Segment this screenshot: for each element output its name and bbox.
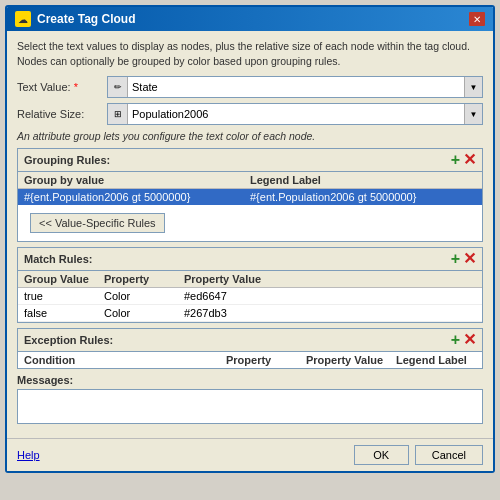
exception-rules-title: Exception Rules:: [24, 334, 113, 346]
grouping-rule-group-value: #{ent.Population2006 gt 5000000}: [24, 191, 250, 203]
match-rule-row-1[interactable]: true Color #ed6647: [18, 288, 482, 305]
match-row1-property: Color: [104, 290, 184, 302]
exception-rules-buttons: + ✕: [451, 332, 476, 348]
close-button[interactable]: ✕: [469, 12, 485, 26]
match-rules-title: Match Rules:: [24, 253, 92, 265]
match-row1-group: true: [24, 290, 104, 302]
exception-rules-add-button[interactable]: +: [451, 332, 460, 348]
relative-size-row: Relative Size: ⊞ Population2006 ▼: [17, 103, 483, 125]
match-rule-row-2[interactable]: false Color #267db3: [18, 305, 482, 322]
col-group-by-value: Group by value: [24, 174, 250, 186]
grouping-rules-buttons: + ✕: [451, 152, 476, 168]
grouping-rule-legend-value: #{ent.Population2006 gt 5000000}: [250, 191, 476, 203]
match-rules-add-button[interactable]: +: [451, 251, 460, 267]
grouping-rules-table-header: Group by value Legend Label: [18, 172, 482, 189]
match-rules-section: Match Rules: + ✕ Group Value Property Pr…: [17, 247, 483, 323]
exception-rules-section: Exception Rules: + ✕ Condition Property …: [17, 328, 483, 369]
value-specific-rules-container: << Value-Specific Rules: [18, 205, 482, 241]
value-specific-rules-button[interactable]: << Value-Specific Rules: [30, 213, 165, 233]
match-rules-buttons: + ✕: [451, 251, 476, 267]
match-row1-value: #ed6647: [184, 290, 476, 302]
help-link[interactable]: Help: [17, 449, 40, 461]
exception-rules-header: Exception Rules: + ✕: [18, 329, 482, 352]
grouping-rules-remove-button[interactable]: ✕: [463, 152, 476, 168]
messages-box: [17, 389, 483, 424]
attr-group-text: An attribute group lets you configure th…: [17, 130, 483, 142]
relative-size-value[interactable]: Population2006: [128, 106, 464, 122]
match-row2-value: #267db3: [184, 307, 476, 319]
relative-size-combobox[interactable]: ⊞ Population2006 ▼: [107, 103, 483, 125]
relative-size-label: Relative Size:: [17, 108, 107, 120]
text-value-combobox[interactable]: ✏ State ▼: [107, 76, 483, 98]
create-tag-cloud-dialog: ☁ Create Tag Cloud ✕ Select the text val…: [5, 5, 495, 473]
col-legend-label: Legend Label: [250, 174, 476, 186]
exception-rules-table-header: Condition Property Property Value Legend…: [18, 352, 482, 368]
ok-button[interactable]: OK: [354, 445, 409, 465]
col-ex-property-value: Property Value: [306, 354, 396, 366]
grouping-rules-add-button[interactable]: +: [451, 152, 460, 168]
grouping-rules-title: Grouping Rules:: [24, 154, 110, 166]
text-value-row: Text Value: * ✏ State ▼: [17, 76, 483, 98]
cancel-button[interactable]: Cancel: [415, 445, 483, 465]
col-ex-property: Property: [226, 354, 306, 366]
required-star: *: [74, 81, 78, 93]
dialog-footer: Help OK Cancel: [7, 438, 493, 471]
text-value-dropdown-arrow[interactable]: ▼: [464, 77, 482, 97]
intro-text: Select the text values to display as nod…: [17, 39, 483, 68]
grouping-rules-header: Grouping Rules: + ✕: [18, 149, 482, 172]
match-row2-property: Color: [104, 307, 184, 319]
relative-size-icon: ⊞: [108, 104, 128, 124]
title-bar-left: ☁ Create Tag Cloud: [15, 11, 135, 27]
col-condition: Condition: [24, 354, 226, 366]
grouping-rules-section: Grouping Rules: + ✕ Group by value Legen…: [17, 148, 483, 242]
relative-size-dropdown-arrow[interactable]: ▼: [464, 104, 482, 124]
match-rules-header: Match Rules: + ✕: [18, 248, 482, 271]
grouping-rule-row[interactable]: #{ent.Population2006 gt 5000000} #{ent.P…: [18, 189, 482, 205]
footer-buttons: OK Cancel: [354, 445, 483, 465]
text-value-input[interactable]: State: [128, 79, 464, 95]
messages-section: Messages:: [17, 374, 483, 424]
match-rules-table-header: Group Value Property Property Value: [18, 271, 482, 288]
text-value-icon: ✏: [108, 77, 128, 97]
messages-label: Messages:: [17, 374, 483, 386]
col-property: Property: [104, 273, 184, 285]
dialog-icon: ☁: [15, 11, 31, 27]
dialog-content: Select the text values to display as nod…: [7, 31, 493, 438]
match-row2-group: false: [24, 307, 104, 319]
text-value-label: Text Value: *: [17, 81, 107, 93]
col-ex-legend: Legend Label: [396, 354, 476, 366]
title-bar: ☁ Create Tag Cloud ✕: [7, 7, 493, 31]
col-property-value: Property Value: [184, 273, 476, 285]
dialog-title: Create Tag Cloud: [37, 12, 135, 26]
exception-rules-remove-button[interactable]: ✕: [463, 332, 476, 348]
match-rules-remove-button[interactable]: ✕: [463, 251, 476, 267]
col-group-value: Group Value: [24, 273, 104, 285]
